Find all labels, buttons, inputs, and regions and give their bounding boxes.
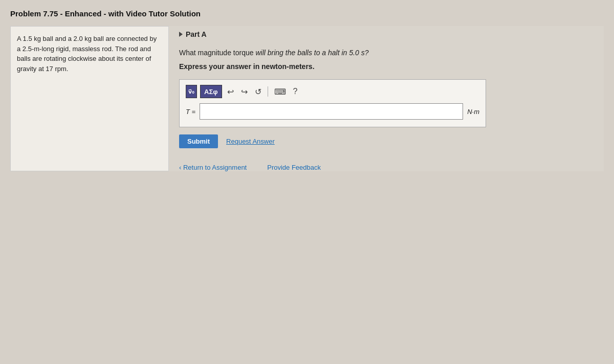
answer-input[interactable] <box>200 103 463 120</box>
return-to-assignment-link[interactable]: ‹ Return to Assignment <box>179 164 247 171</box>
input-row: T = N·m <box>186 103 479 120</box>
question-line1: What magnitude torque will bring the bal… <box>179 48 594 58</box>
keyboard-icon[interactable]: ⌨ <box>272 86 288 98</box>
problem-title: Problem 7.75 - Enhanced - with Video Tut… <box>10 9 604 18</box>
bottom-nav: ‹ Return to Assignment Provide Feedback <box>179 164 594 171</box>
right-panel: Part A What magnitude torque will bring … <box>169 26 604 171</box>
toolbar: v̅⃗₀ AΣφ ↩ ↪ ↺ ⌨ ? <box>186 85 479 98</box>
vo-icon[interactable]: v̅⃗₀ <box>186 85 197 98</box>
answer-box: v̅⃗₀ AΣφ ↩ ↪ ↺ ⌨ ? T = N·m <box>179 79 486 127</box>
part-header: Part A <box>179 26 594 38</box>
submit-row: Submit Request Answer <box>179 134 594 148</box>
submit-button[interactable]: Submit <box>179 134 218 148</box>
ase-label: AΣφ <box>204 88 218 96</box>
t-equals-label: T = <box>186 108 195 116</box>
part-label: Part A <box>186 30 207 38</box>
page-wrapper: Problem 7.75 - Enhanced - with Video Tut… <box>0 0 614 364</box>
help-button[interactable]: ? <box>291 86 300 97</box>
ase-button[interactable]: AΣφ <box>200 85 222 98</box>
main-content: A 1.5 kg ball and a 2.0 kg ball are conn… <box>10 26 604 171</box>
request-answer-button[interactable]: Request Answer <box>226 138 275 145</box>
question-line2: Express your answer in newton-meters. <box>179 61 594 72</box>
question-line1-text: What magnitude torque will bring the bal… <box>179 49 368 57</box>
question-line2-text: Express your answer in newton-meters. <box>179 62 315 71</box>
reset-button[interactable]: ↺ <box>253 86 264 98</box>
redo-button[interactable]: ↪ <box>239 86 250 98</box>
undo-button[interactable]: ↩ <box>225 86 236 98</box>
part-triangle-icon <box>179 32 183 37</box>
vo-label: v̅⃗₀ <box>188 88 194 95</box>
provide-feedback-link[interactable]: Provide Feedback <box>267 164 321 171</box>
unit-label: N·m <box>467 108 479 116</box>
problem-description: A 1.5 kg ball and a 2.0 kg ball are conn… <box>10 26 169 171</box>
toolbar-divider <box>268 86 268 97</box>
